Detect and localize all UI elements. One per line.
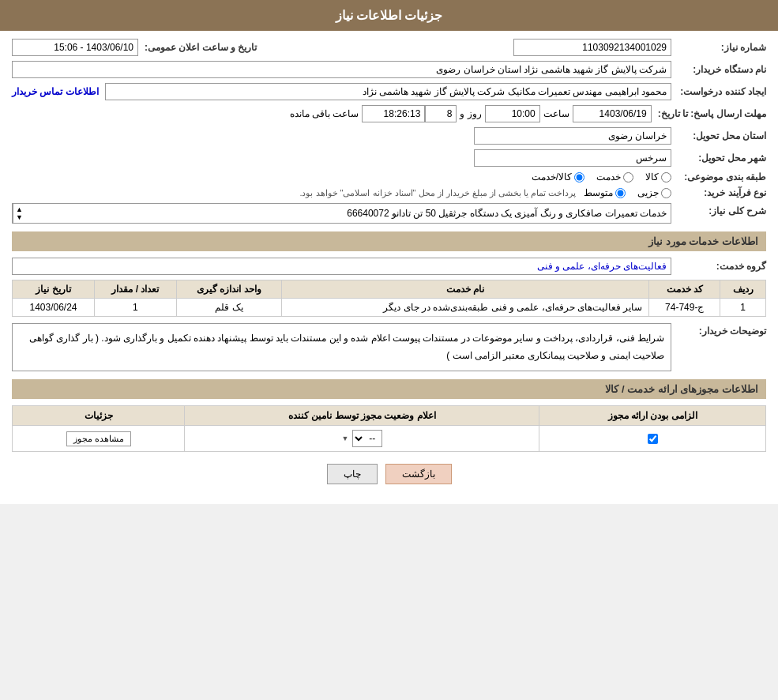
buyer-org-value: شرکت پالایش گاز شهید هاشمی نژاد استان خر… [12,61,671,78]
need-number-label: شماره نیاز: [671,42,766,53]
scroll-down-arrow: ▼ [16,213,23,221]
col-header-qty: تعداد / مقدار [95,280,177,299]
need-desc-value: خدمات تعمیرات صافکاری و رنگ آمیزی یک دست… [25,204,671,223]
category-row: طبقه بندی موضوعی: کالا خدمت کالا/خدمت [12,171,766,183]
description-row: توضیحات خریدار: شرایط فنی، قراردادی، پرد… [12,323,766,371]
required-checkbox[interactable] [648,434,658,444]
city-label: شهر محل تحویل: [671,152,766,164]
province-label: استان محل تحویل: [671,130,766,141]
header-title: جزئیات اطلاعات نیاز [336,9,443,22]
description-label: توضیحات خریدار: [671,323,766,337]
creator-value: محمود ابراهیمی مهندس تعمیرات مکانیک شرکت… [105,83,671,100]
cell-date: 1403/06/24 [13,299,95,317]
cell-quantity: 1 [95,299,177,317]
need-number-value: 1103092134001029 [513,39,671,56]
category-radio-kala[interactable] [661,172,671,183]
category-label: طبقه بندی موضوعی: [671,171,766,183]
select-arrow: ▼ [341,435,348,442]
cell-unit: یک قلم [176,299,281,317]
need-number-row: شماره نیاز: 1103092134001029 تاریخ و ساع… [12,39,766,56]
purchase-radio-motavasset[interactable] [615,188,626,198]
view-license-button[interactable]: مشاهده مجوز [66,431,131,446]
service-group-label: گروه خدمت: [671,261,766,272]
page-header: جزئیات اطلاعات نیاز [0,0,778,31]
response-date: 1403/06/19 [573,105,652,122]
license-info-section-title: اطلاعات مجوزهای ارائه خدمت / کالا [12,379,766,399]
print-button[interactable]: چاپ [327,464,378,484]
col-header-unit: واحد اندازه گیری [176,280,281,299]
perm-detail-cell: مشاهده مجوز [13,426,185,452]
scroll-up-arrow: ▲ [16,205,23,213]
return-button[interactable]: بازگشت [385,464,452,484]
category-radio-khedmat[interactable] [623,172,633,183]
province-row: استان محل تحویل: خراسان رضوی [12,127,766,145]
need-desc-label: شرح کلی نیاز: [671,203,766,216]
col-header-name: نام خدمت [282,280,649,299]
page-container: جزئیات اطلاعات نیاز شماره نیاز: 11030921… [0,0,778,504]
cell-row: 1 [720,299,766,317]
purchase-option-jozi[interactable]: جزیی [637,187,671,198]
purchase-type-row: نوع فرآیند خرید: جزیی متوسط پرداخت تمام … [12,187,766,198]
buyer-org-label: نام دستگاه خریدار: [671,64,766,75]
purchase-note: پرداخت تمام یا بخشی از مبلغ خریدار از مح… [291,188,584,198]
need-desc-row: شرح کلی نیاز: خدمات تعمیرات صافکاری و رن… [12,203,766,224]
service-info-section-title: اطلاعات خدمات مورد نیاز [12,231,766,251]
announce-date-value: 1403/06/10 - 15:06 [12,39,138,56]
time-label: ساعت [540,108,573,119]
category-option-kala[interactable]: کالا [645,171,671,183]
buyer-org-row: نام دستگاه خریدار: شرکت پالایش گاز شهید … [12,61,766,78]
perm-status-cell: -- ▼ [185,426,539,452]
purchase-option-motavasset[interactable]: متوسط [584,187,626,198]
response-time: 10:00 [485,105,540,122]
response-days: 8 [425,105,457,122]
purchase-type-label: نوع فرآیند خرید: [671,187,766,198]
creator-label: ایجاد کننده درخواست: [671,86,766,97]
category-radio-group: کالا خدمت کالا/خدمت [532,171,671,183]
service-group-row: گروه خدمت: فعالیت‌های حرفه‌ای، علمی و فن… [12,258,766,275]
cell-code: ج-749-74 [649,299,720,317]
service-group-value[interactable]: فعالیت‌های حرفه‌ای، علمی و فنی [12,258,671,275]
col-header-date: تاریخ نیاز [13,280,95,299]
table-row: 1 ج-749-74 سایر فعالیت‌های حرفه‌ای، علمی… [13,299,766,317]
list-item: -- ▼ مشاهده مجوز [13,426,766,452]
category-option-both[interactable]: کالا/خدمت [532,171,584,183]
category-option-khedmat[interactable]: خدمت [596,171,633,183]
response-deadline-row: مهلت ارسال پاسخ: تا تاریخ: 1403/06/19 سا… [12,105,766,122]
city-value: سرخس [474,149,671,167]
remaining-label: ساعت باقی مانده [287,108,363,119]
col-header-row: ردیف [720,280,766,299]
perm-required-cell [539,426,766,452]
response-deadline-label: مهلت ارسال پاسخ: تا تاریخ: [652,108,766,119]
main-content: شماره نیاز: 1103092134001029 تاریخ و ساع… [0,31,778,504]
category-radio-both[interactable] [574,172,584,183]
purchase-radio-group: جزیی متوسط [584,187,671,198]
announce-date-label: تاریخ و ساعت اعلان عمومی: [138,42,257,53]
day-label: روز و [457,108,484,119]
services-table: ردیف کد خدمت نام خدمت واحد اندازه گیری ت… [12,280,766,317]
description-value: شرایط فنی، قراردادی، پرداخت و سایر موضوع… [12,323,671,371]
need-desc-container: خدمات تعمیرات صافکاری و رنگ آمیزی یک دست… [12,203,671,224]
need-desc-scroll[interactable]: ▲ ▼ [13,204,25,223]
cell-name: سایر فعالیت‌های حرفه‌ای، علمی و فنی طبقه… [282,299,649,317]
city-row: شهر محل تحویل: سرخس [12,149,766,167]
perm-col-header-detail: جزئیات [13,406,185,426]
creator-contact-link[interactable]: اطلاعات تماس خریدار [12,86,99,97]
province-value: خراسان رضوی [474,127,671,145]
creator-row: ایجاد کننده درخواست: محمود ابراهیمی مهند… [12,83,766,100]
permissions-table: الزامی بودن ارائه مجوز اعلام وضعیت مجوز … [12,405,766,452]
col-header-code: کد خدمت [649,280,720,299]
response-hours: 18:26:13 [362,105,425,122]
status-select[interactable]: -- [352,430,382,447]
perm-col-header-required: الزامی بودن ارائه مجوز [539,406,766,426]
perm-col-header-status: اعلام وضعیت مجوز توسط نامین کننده [185,406,539,426]
purchase-radio-jozi[interactable] [661,188,671,198]
button-group: بازگشت چاپ [12,464,766,484]
